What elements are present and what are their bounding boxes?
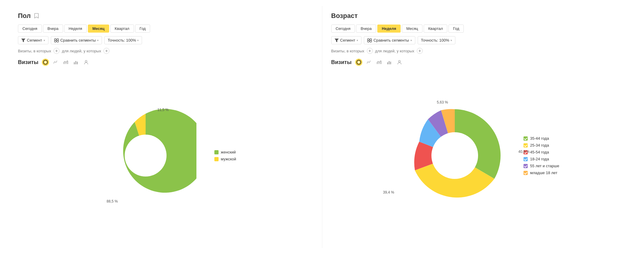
gender-add-condition-btn[interactable]: +: [54, 48, 59, 54]
legend-55plus: 55 лет и старше: [524, 164, 559, 168]
legend-check-55plus: [524, 164, 528, 168]
svg-point-11: [367, 39, 369, 40]
gender-panel: Пол Сегодня Вчера Неделя Месяц Квартал Г…: [9, 6, 322, 248]
legend-18-24: 18-24 года: [524, 157, 559, 161]
legend-check-25-34: [524, 143, 528, 147]
age-section-title: Визиты: [331, 59, 626, 66]
age-add-people-btn[interactable]: +: [417, 48, 423, 54]
svg-rect-6: [74, 62, 75, 64]
svg-point-14: [370, 40, 372, 42]
view-area-age[interactable]: [376, 59, 383, 66]
pct-label-115: 11,5 %: [158, 108, 169, 112]
gender-donut: 11,5 % 88,5 %: [95, 105, 196, 206]
age-compare-icon: [367, 38, 372, 42]
age-view-icons: [355, 59, 403, 66]
compare-icon: [54, 38, 59, 42]
svg-point-12: [370, 39, 372, 40]
pct-label-394: 39,4 %: [383, 190, 394, 194]
age-title: Возраст: [331, 12, 626, 20]
age-add-condition-btn[interactable]: +: [367, 48, 373, 54]
gender-chart-container: 11,5 % 88,5 % женский мужской: [18, 72, 313, 239]
svg-point-9: [85, 60, 87, 62]
legend-35-44: 35-44 года: [524, 136, 559, 141]
age-panel: Возраст Сегодня Вчера Неделя Месяц Кварт…: [322, 6, 635, 248]
age-visits-filter: Визиты, в которых + для людей, у которых…: [331, 48, 626, 54]
svg-point-3: [57, 40, 59, 42]
gender-visits-filter: Визиты, в которых + для людей, у которых…: [18, 48, 313, 54]
view-bar-age[interactable]: [386, 59, 393, 66]
legend-label-35-44: 35-44 года: [530, 136, 549, 141]
legend-color-female: [214, 150, 219, 154]
svg-rect-17: [387, 62, 388, 64]
svg-point-1: [57, 39, 59, 40]
funnel-icon: [21, 39, 25, 42]
tab-yesterday-gender[interactable]: Вчера: [43, 25, 63, 33]
gender-segment-btn[interactable]: Сегмент ▾: [18, 36, 48, 44]
chevron-down-icon: ▾: [44, 39, 45, 42]
legend-check-35-44: [524, 136, 528, 141]
gender-accuracy-btn[interactable]: Точность: 100% ▾: [104, 36, 142, 44]
age-period-tabs: Сегодня Вчера Неделя Месяц Квартал Год: [331, 25, 626, 33]
age-accuracy-btn[interactable]: Точность: 100% ▾: [418, 36, 455, 44]
tab-today-age[interactable]: Сегодня: [331, 25, 355, 33]
view-bar-gender[interactable]: [72, 59, 80, 66]
age-funnel-icon: [335, 39, 339, 42]
tab-quarter-age[interactable]: Квартал: [424, 25, 447, 33]
tab-quarter-gender[interactable]: Квартал: [110, 25, 134, 33]
tab-month-age[interactable]: Месяц: [402, 25, 422, 33]
view-donut-gender[interactable]: [42, 59, 49, 66]
tab-year-gender[interactable]: Год: [135, 25, 150, 33]
legend-label-55plus: 55 лет и старше: [530, 164, 559, 168]
age-filter-row: Сегмент ▾ Сравнить сегменты ▾ Точность: …: [331, 36, 626, 44]
age-segment-btn[interactable]: Сегмент ▾: [331, 36, 362, 44]
svg-point-21: [431, 132, 478, 179]
age-compare-btn[interactable]: Сравнить сегменты ▾: [364, 36, 415, 44]
age-legend: 35-44 года 25-34 года 45-54 года 18-24 г…: [524, 136, 559, 175]
page: Пол Сегодня Вчера Неделя Месяц Квартал Г…: [0, 0, 644, 254]
tab-month-gender[interactable]: Месяц: [88, 25, 109, 33]
age-chevron-1: ▾: [357, 39, 358, 42]
tab-week-age[interactable]: Неделя: [377, 25, 401, 33]
legend-check-under18: [524, 171, 528, 175]
chevron-down-icon-2: ▾: [97, 39, 99, 42]
svg-point-13: [367, 40, 369, 42]
tab-yesterday-age[interactable]: Вчера: [356, 25, 376, 33]
svg-point-16: [358, 61, 360, 63]
svg-rect-18: [389, 61, 390, 64]
age-donut: 5,63 % 40,9 % 39,4 %: [398, 99, 512, 212]
gender-title-text: Пол: [18, 12, 31, 20]
gender-title: Пол: [18, 12, 313, 20]
view-user-gender[interactable]: [83, 59, 90, 66]
legend-male: мужской: [214, 157, 236, 161]
legend-check-18-24: [524, 157, 528, 161]
gender-section-title: Визиты: [18, 59, 313, 66]
bookmark-icon[interactable]: [34, 13, 39, 19]
view-user-age[interactable]: [396, 59, 403, 66]
tab-today-gender[interactable]: Сегодня: [18, 25, 42, 33]
view-line-age[interactable]: [365, 59, 373, 66]
svg-rect-8: [77, 62, 78, 64]
svg-point-0: [54, 39, 56, 40]
svg-point-2: [54, 40, 56, 42]
gender-add-people-btn[interactable]: +: [103, 48, 109, 54]
gender-view-icons: [42, 59, 90, 66]
pct-label-563: 5,63 %: [437, 100, 448, 104]
svg-rect-19: [390, 62, 391, 64]
age-chevron-2: ▾: [410, 39, 412, 42]
gender-filter-row: Сегмент ▾ Сравнить сегменты ▾ Точность: …: [18, 36, 313, 44]
gender-compare-btn[interactable]: Сравнить сегменты ▾: [51, 36, 102, 44]
view-area-gender[interactable]: [62, 59, 69, 66]
view-donut-age[interactable]: [355, 59, 362, 66]
age-chevron-3: ▾: [451, 39, 452, 42]
legend-label-male: мужской: [221, 157, 236, 161]
gender-period-tabs: Сегодня Вчера Неделя Месяц Квартал Год: [18, 25, 313, 33]
legend-label-female: женский: [221, 150, 236, 154]
chevron-down-icon-3: ▾: [137, 39, 139, 42]
gender-legend: женский мужской: [214, 150, 236, 161]
age-title-text: Возраст: [331, 12, 358, 20]
tab-week-gender[interactable]: Неделя: [64, 25, 87, 33]
tab-year-age[interactable]: Год: [448, 25, 464, 33]
legend-color-male: [214, 157, 219, 161]
view-line-gender[interactable]: [52, 59, 59, 66]
legend-25-34: 25-34 года: [524, 143, 559, 147]
